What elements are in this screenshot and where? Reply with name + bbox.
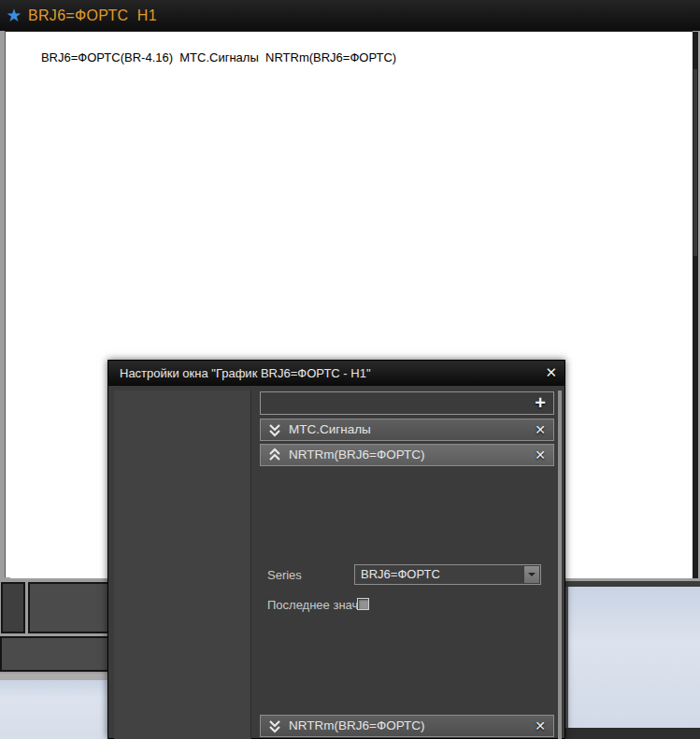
lastvalue-checkbox[interactable] xyxy=(357,598,369,610)
chevron-double-up-icon[interactable] xyxy=(266,447,283,463)
vertical-scrollbar-thumb[interactable] xyxy=(693,69,697,256)
add-indicator-icon[interactable]: + xyxy=(535,392,546,414)
remove-indicator-icon[interactable]: ✕ xyxy=(535,445,546,465)
settings-dialog: Настройки окна "График BRJ6=ФОРТС - H1" … xyxy=(107,360,565,739)
series-label: Series xyxy=(267,568,302,582)
lastvalue-label: Последнее знач. xyxy=(267,598,362,612)
indicator-header-mts[interactable]: МТС.Сигналы ✕ xyxy=(260,419,554,441)
dialog-close-icon[interactable]: ✕ xyxy=(545,364,557,381)
favorite-star-icon[interactable]: ★ xyxy=(0,5,28,26)
remove-indicator-icon[interactable]: ✕ xyxy=(535,716,546,736)
dialog-scrollbar[interactable] xyxy=(558,391,562,739)
background-window-right xyxy=(565,587,700,728)
indicator-name: МТС.Сигналы xyxy=(289,419,371,440)
main-titlebar: ★ BRJ6=ФОРТС H1 xyxy=(0,0,700,31)
dialog-title: Настройки окна "График BRJ6=ФОРТС - H1" xyxy=(120,366,371,380)
vertical-scrollbar[interactable] xyxy=(693,32,698,578)
add-indicator-bar[interactable]: + xyxy=(260,391,554,415)
dock-panel-small xyxy=(1,582,25,633)
chevron-double-down-icon[interactable] xyxy=(266,718,283,734)
app-root: ★ BRJ6=ФОРТС H1 BRJ6=ФОРТС(BR-4.16) МТС.… xyxy=(0,0,700,739)
indicator-header-nrtrm[interactable]: NRTRm(BRJ6=ФОРТС) ✕ xyxy=(260,444,554,466)
timeframe-label[interactable]: H1 xyxy=(137,7,157,23)
dialog-sidebar xyxy=(114,391,251,739)
dialog-titlebar[interactable]: Настройки окна "График BRJ6=ФОРТС - H1" xyxy=(108,361,564,386)
price-axis[interactable] xyxy=(646,62,687,577)
chevron-double-down-icon[interactable] xyxy=(266,421,283,438)
indicator-name: NRTRm(BRJ6=ФОРТС) xyxy=(289,716,425,736)
indicator-name: NRTRm(BRJ6=ФОРТС) xyxy=(289,445,425,465)
indicators-panel: + МТС.Сигналы ✕ NRTRm(BRJ6=ФОРТС) ✕ Seri… xyxy=(255,391,560,739)
window-title: BRJ6=ФОРТС H1 xyxy=(28,7,157,24)
background-window-footer xyxy=(565,728,700,739)
chevron-down-icon[interactable] xyxy=(524,566,539,583)
series-dropdown[interactable]: BRJ6=ФОРТС xyxy=(354,564,541,585)
series-value: BRJ6=ФОРТС xyxy=(355,565,540,584)
indicator-header-nrtrm-2[interactable]: NRTRm(BRJ6=ФОРТС) ✕ xyxy=(260,715,554,737)
remove-indicator-icon[interactable]: ✕ xyxy=(535,419,546,440)
